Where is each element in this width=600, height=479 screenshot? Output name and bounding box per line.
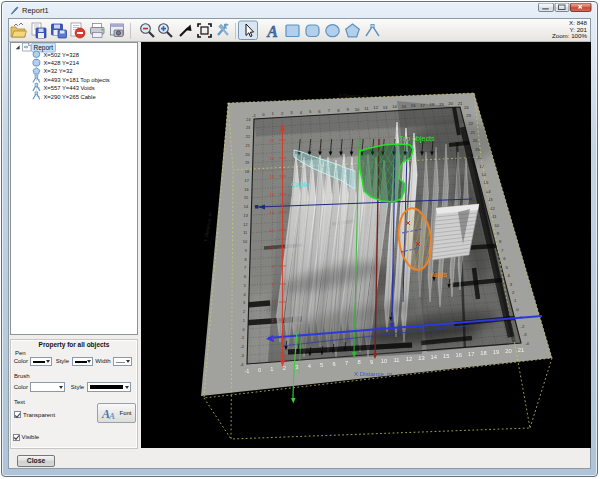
- svg-text:21: 21: [518, 347, 524, 353]
- svg-text:18: 18: [270, 174, 275, 179]
- svg-text:12: 12: [270, 228, 275, 233]
- svg-text:10: 10: [355, 107, 360, 112]
- svg-text:15: 15: [244, 196, 248, 200]
- svg-text:-1: -1: [244, 368, 249, 374]
- svg-text:12: 12: [490, 206, 495, 211]
- svg-text:18: 18: [245, 170, 249, 174]
- svg-text:17: 17: [468, 351, 474, 357]
- svg-text:7: 7: [345, 360, 348, 366]
- svg-text:16: 16: [244, 188, 248, 192]
- svg-text:19: 19: [475, 147, 480, 152]
- svg-text:14: 14: [392, 104, 397, 109]
- svg-text:16: 16: [411, 103, 416, 108]
- svg-text:2: 2: [283, 365, 286, 371]
- svg-text:18: 18: [480, 350, 486, 356]
- svg-text:18: 18: [430, 102, 435, 107]
- svg-text:21: 21: [246, 144, 250, 148]
- svg-text:X=557 Y=443 Voids: X=557 Y=443 Voids: [44, 85, 95, 91]
- svg-text:13: 13: [383, 105, 388, 110]
- svg-text:10: 10: [270, 246, 275, 251]
- svg-text:6: 6: [244, 275, 246, 279]
- svg-text:14: 14: [486, 189, 491, 194]
- svg-text:Voids: Voids: [429, 270, 448, 279]
- svg-text:A: A: [266, 23, 278, 40]
- svg-text:20: 20: [505, 348, 511, 354]
- svg-text:19: 19: [245, 161, 249, 165]
- svg-text:11: 11: [393, 357, 399, 363]
- svg-text:21: 21: [458, 101, 463, 106]
- svg-text:-1: -1: [252, 113, 256, 118]
- svg-text:1: 1: [243, 319, 245, 323]
- svg-text:-3: -3: [523, 332, 527, 337]
- svg-text:19: 19: [439, 102, 444, 107]
- svg-text:21: 21: [471, 130, 476, 135]
- svg-text:0: 0: [242, 328, 244, 332]
- svg-text:8: 8: [357, 359, 360, 365]
- svg-text:17: 17: [479, 164, 484, 169]
- svg-text:19: 19: [493, 349, 499, 355]
- svg-text:0: 0: [258, 367, 261, 373]
- svg-text:9: 9: [370, 359, 373, 365]
- svg-text:7: 7: [244, 266, 246, 270]
- svg-text:13: 13: [418, 355, 424, 361]
- svg-text:X Distance, m: X Distance, m: [339, 94, 367, 99]
- svg-text:22: 22: [246, 135, 250, 139]
- svg-text:X=290 Y=265 Cable: X=290 Y=265 Cable: [44, 94, 96, 100]
- svg-text:Top objects: Top objects: [399, 135, 435, 143]
- svg-text:15: 15: [443, 353, 449, 359]
- svg-text:3: 3: [243, 301, 245, 305]
- svg-text:24: 24: [246, 118, 250, 122]
- svg-text:-2: -2: [521, 324, 525, 329]
- svg-text:2: 2: [243, 310, 245, 314]
- svg-text:X Distance, m: X Distance, m: [354, 370, 393, 377]
- svg-text:3: 3: [295, 364, 298, 370]
- svg-text:14: 14: [270, 210, 275, 215]
- svg-text:20: 20: [245, 153, 249, 157]
- svg-text:14: 14: [244, 205, 248, 209]
- svg-text:X=32 Y=32: X=32 Y=32: [44, 68, 73, 74]
- svg-text:17: 17: [420, 103, 425, 108]
- svg-text:11: 11: [243, 231, 247, 235]
- svg-text:11: 11: [364, 106, 369, 111]
- svg-text:23: 23: [246, 126, 250, 130]
- svg-text:1: 1: [270, 366, 273, 372]
- svg-text:12: 12: [243, 223, 247, 227]
- svg-text:-1: -1: [241, 336, 244, 340]
- svg-text:22: 22: [270, 138, 275, 143]
- svg-text:X=502 Y=328: X=502 Y=328: [44, 52, 79, 58]
- svg-text:X=493 Y=181 Top objects: X=493 Y=181 Top objects: [44, 77, 110, 83]
- svg-text:5: 5: [244, 284, 246, 288]
- svg-text:15: 15: [484, 180, 489, 185]
- svg-text:14: 14: [431, 354, 438, 360]
- svg-text:6: 6: [333, 361, 336, 367]
- svg-text:17: 17: [245, 179, 249, 183]
- svg-text:22: 22: [468, 121, 473, 126]
- svg-text:8: 8: [244, 258, 246, 262]
- svg-text:12: 12: [373, 105, 378, 110]
- svg-text:4: 4: [243, 293, 245, 297]
- svg-text:-4: -4: [240, 363, 243, 367]
- svg-text:24: 24: [464, 105, 469, 110]
- svg-text:-2: -2: [241, 345, 244, 349]
- svg-text:5: 5: [320, 362, 323, 368]
- svg-text:15: 15: [401, 104, 406, 109]
- svg-text:11: 11: [492, 214, 497, 219]
- svg-text:-3: -3: [240, 354, 243, 358]
- svg-text:Cable: Cable: [291, 181, 309, 188]
- svg-text:20: 20: [270, 156, 275, 161]
- svg-text:16: 16: [455, 352, 461, 358]
- svg-text:X=428 Y=214: X=428 Y=214: [44, 60, 80, 66]
- svg-text:20: 20: [448, 101, 453, 106]
- svg-text:10: 10: [381, 358, 387, 364]
- svg-text:16: 16: [270, 192, 275, 197]
- svg-text:20: 20: [473, 138, 478, 143]
- svg-text:10: 10: [495, 223, 500, 228]
- svg-text:A: A: [107, 411, 114, 421]
- svg-text:13: 13: [244, 214, 248, 218]
- svg-text:23: 23: [466, 113, 471, 118]
- svg-text:10: 10: [243, 240, 247, 244]
- svg-text:9: 9: [245, 249, 247, 253]
- svg-text:12: 12: [406, 356, 412, 362]
